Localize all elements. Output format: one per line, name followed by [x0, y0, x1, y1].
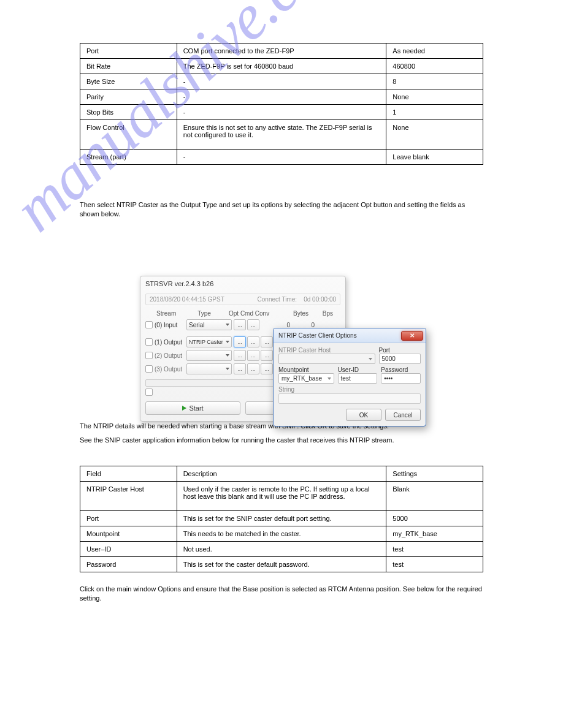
cell: This needs to be matched in the caster.	[177, 526, 386, 541]
password-input[interactable]: ••••	[381, 373, 421, 384]
datetime-text: 2018/08/20 04:44:15 GPST	[150, 296, 224, 303]
chevron-down-icon	[226, 324, 229, 326]
ok-button[interactable]: OK	[346, 409, 381, 421]
table-row: Parity-None	[80, 89, 483, 105]
cell: This is set for the caster default passw…	[177, 556, 386, 572]
play-icon	[182, 406, 186, 411]
table-row: Bit RateThe ZED-F9P is set for 460800 ba…	[80, 59, 483, 74]
cell: -	[177, 105, 386, 120]
checkbox[interactable]	[145, 365, 153, 373]
stream-label: (3) Output	[155, 366, 186, 373]
type-select[interactable]: Serial	[186, 319, 232, 330]
opt-button[interactable]: ...	[234, 350, 246, 361]
cell: None	[386, 89, 483, 105]
cell: Password	[80, 556, 177, 572]
cell: COM port connected to the ZED-F9P	[177, 44, 386, 59]
body-paragraph: See the SNIP caster application informat…	[80, 436, 483, 445]
userid-label: User-ID	[338, 366, 378, 373]
userid-input[interactable]: test	[338, 373, 378, 384]
table-row: NTRIP Caster HostUsed only if the caster…	[80, 481, 483, 510]
header-bytes: Bytes	[278, 310, 308, 317]
opt-button[interactable]: ...	[234, 319, 246, 330]
header-cell: Description	[177, 466, 386, 481]
close-icon: ✕	[410, 332, 415, 339]
cell: NTRIP Caster Host	[80, 481, 177, 510]
chevron-down-icon	[226, 341, 229, 343]
stream-label: (2) Output	[155, 352, 186, 359]
table-row: Stream (part)-Leave blank	[80, 150, 483, 165]
cell: -	[177, 89, 386, 105]
type-select[interactable]	[186, 350, 232, 361]
mountpoint-input[interactable]: my_RTK_base	[278, 373, 334, 384]
header-cell: Field	[80, 466, 177, 481]
password-label: Password	[381, 366, 421, 373]
conv-button[interactable]: ...	[261, 363, 273, 374]
opt-button[interactable]: ...	[234, 363, 246, 374]
string-input[interactable]	[278, 393, 421, 404]
cmd-button[interactable]: ...	[247, 350, 259, 361]
chevron-down-icon	[226, 368, 229, 370]
cell: None	[386, 120, 483, 150]
bps-value: 0	[290, 322, 315, 328]
checkbox[interactable]	[145, 321, 153, 328]
ntrip-dialog: NTRIP Caster Client Options ✕ NTRIP Cast…	[273, 328, 426, 427]
cell: Mountpoint	[80, 526, 177, 541]
window-title: STRSVR ver.2.4.3 b26	[140, 276, 345, 291]
cell: Bit Rate	[80, 59, 177, 74]
host-label: NTRIP Caster Host	[278, 347, 375, 354]
cell: -	[177, 74, 386, 89]
chevron-down-icon	[327, 377, 331, 380]
cell: Port	[80, 44, 177, 59]
table-row: Byte Size-8	[80, 74, 483, 89]
checkbox[interactable]	[145, 338, 153, 346]
chevron-down-icon	[226, 354, 229, 357]
checkbox[interactable]	[145, 352, 153, 359]
opt-button[interactable]: ...	[234, 336, 246, 347]
chevron-down-icon	[369, 358, 372, 360]
cell: Leave blank	[386, 150, 483, 165]
cell: Blank	[386, 481, 483, 510]
cell: Flow Control	[80, 120, 177, 150]
cell: The ZED-F9P is set for 460800 baud	[177, 59, 386, 74]
header-bps: Bps	[308, 310, 333, 317]
stream-label: (1) Output	[155, 339, 186, 346]
table-row: PasswordThis is set for the caster defau…	[80, 556, 483, 572]
table-serial-settings: PortCOM port connected to the ZED-F9PAs …	[80, 43, 483, 165]
start-button[interactable]: Start	[145, 401, 240, 415]
header-type: Type	[181, 310, 228, 317]
cancel-button[interactable]: Cancel	[385, 409, 421, 421]
cell: test	[386, 556, 483, 572]
cell: Byte Size	[80, 74, 177, 89]
connect-time-value: 0d 00:00:00	[304, 296, 336, 303]
header-cell: Settings	[386, 466, 483, 481]
bytes-value: 0	[266, 322, 290, 328]
cell: Not used.	[177, 541, 386, 556]
type-select[interactable]: NTRIP Caster	[186, 336, 232, 347]
cell: As needed	[386, 44, 483, 59]
cmd-button[interactable]: ...	[247, 319, 259, 330]
status-bar: 2018/08/20 04:44:15 GPST Connect Time: 0…	[145, 294, 340, 305]
body-paragraph: Click on the main window Options and ens…	[80, 585, 483, 604]
conv-button[interactable]: ...	[261, 350, 273, 361]
start-label: Start	[189, 404, 203, 412]
cell: Stop Bits	[80, 105, 177, 120]
type-select[interactable]	[186, 363, 232, 374]
cell: Stream (part)	[80, 150, 177, 165]
cell: 460800	[386, 59, 483, 74]
table-row: MountpointThis needs to be matched in th…	[80, 526, 483, 541]
stream-label: (0) Input	[155, 322, 186, 328]
cmd-button[interactable]: ...	[247, 336, 259, 347]
port-input[interactable]: 5000	[379, 354, 421, 364]
checkbox[interactable]	[145, 389, 153, 396]
cell: test	[386, 541, 483, 556]
column-headers: Stream Type Opt Cmd Conv Bytes Bps	[145, 309, 340, 318]
dialog-titlebar: NTRIP Caster Client Options ✕	[274, 328, 426, 343]
host-input[interactable]	[278, 354, 375, 364]
cell: 5000	[386, 510, 483, 526]
close-button[interactable]: ✕	[401, 331, 423, 341]
string-label: String	[278, 386, 421, 393]
cell: User–ID	[80, 541, 177, 556]
table-row: Flow ControlEnsure this is not set to an…	[80, 120, 483, 150]
cmd-button[interactable]: ...	[247, 363, 259, 374]
conv-button[interactable]: ...	[261, 336, 273, 347]
